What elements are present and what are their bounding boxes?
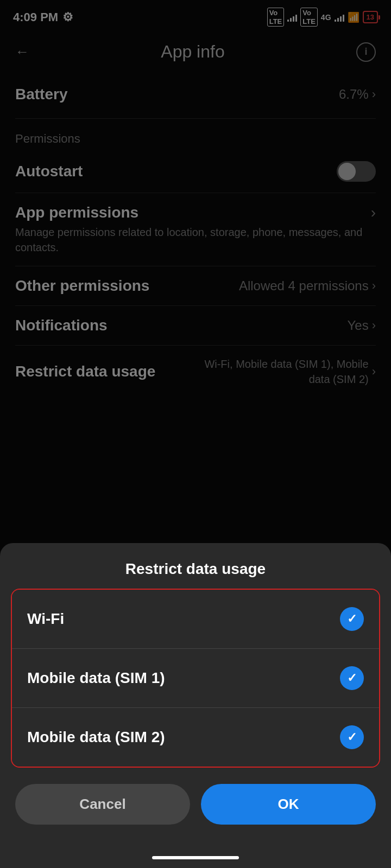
- wifi-option-label: Wi-Fi: [27, 610, 64, 628]
- sim1-option-label: Mobile data (SIM 1): [27, 669, 165, 687]
- bottom-sheet: Restrict data usage Wi-Fi Mobile data (S…: [0, 543, 391, 868]
- sim1-option[interactable]: Mobile data (SIM 1): [12, 649, 379, 708]
- sim1-checkbox[interactable]: [340, 666, 364, 690]
- wifi-checkbox[interactable]: [340, 607, 364, 631]
- ok-button[interactable]: OK: [201, 784, 376, 825]
- sheet-title: Restrict data usage: [0, 543, 391, 589]
- sim2-option[interactable]: Mobile data (SIM 2): [12, 708, 379, 767]
- sheet-buttons: Cancel OK: [0, 778, 391, 835]
- sim2-option-label: Mobile data (SIM 2): [27, 729, 165, 746]
- sim2-checkbox[interactable]: [340, 725, 364, 749]
- wifi-option[interactable]: Wi-Fi: [12, 590, 379, 649]
- cancel-button[interactable]: Cancel: [15, 784, 190, 825]
- sheet-options-list: Wi-Fi Mobile data (SIM 1) Mobile data (S…: [11, 589, 380, 768]
- home-bar: [152, 856, 239, 859]
